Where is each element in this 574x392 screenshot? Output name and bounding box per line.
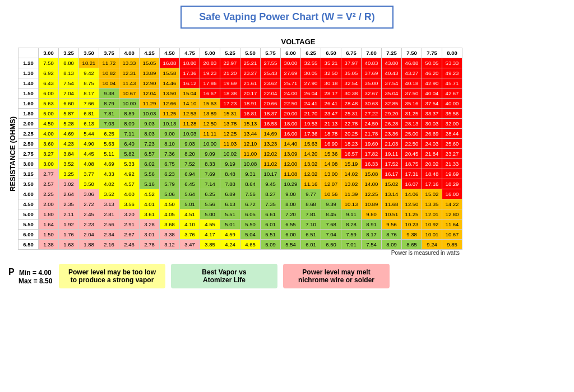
data-cell: 35.21: [321, 58, 341, 68]
page: Safe Vaping Power Chart (W = V² / R) VOL…: [0, 0, 574, 392]
data-cell: 12.80: [442, 209, 462, 220]
data-cell: 29.20: [382, 109, 402, 119]
data-cell: 15.04: [180, 88, 200, 99]
min-label: Min =: [19, 269, 36, 277]
data-cell: 8.00: [281, 199, 301, 209]
data-cell: 6.60: [59, 99, 79, 109]
data-cell: 9.38: [99, 88, 119, 99]
data-cell: 20.66: [261, 99, 281, 109]
data-cell: 7.10: [301, 220, 321, 230]
data-cell: 25.43: [261, 68, 281, 78]
data-cell: 5.04: [240, 230, 261, 240]
data-cell: 8.75: [79, 78, 99, 88]
data-cell: 2.64: [59, 189, 79, 199]
data-cell: 15.63: [301, 139, 321, 149]
data-cell: 16.07: [402, 179, 422, 189]
data-cell: 37.97: [341, 58, 362, 68]
data-cell: 37.50: [402, 88, 422, 99]
table-wrapper: RESISTANCE (OHMS) 3.003.253.503.754.004.…: [8, 48, 566, 260]
data-cell: 19.69: [220, 78, 240, 88]
data-cell: 25.60: [442, 139, 462, 149]
data-cell: 32.54: [341, 78, 362, 88]
data-cell: 11.29: [140, 99, 160, 109]
data-cell: 20.83: [200, 58, 220, 68]
data-cell: 7.66: [79, 99, 99, 109]
data-cell: 16.00: [281, 129, 301, 139]
data-cell: 10.03: [140, 109, 160, 119]
data-cell: 22.50: [281, 99, 301, 109]
data-cell: 8.64: [240, 179, 261, 189]
table-row: 6.001.501.762.042.342.673.013.383.764.17…: [18, 230, 462, 240]
data-cell: 13.23: [261, 139, 281, 149]
data-cell: 10.04: [99, 78, 119, 88]
data-cell: 22.78: [341, 119, 362, 129]
data-cell: 11.39: [341, 189, 362, 199]
col-header-voltage: 5.50: [240, 48, 261, 58]
data-cell: 9.24: [422, 240, 442, 250]
data-cell: 10.21: [79, 58, 99, 68]
data-cell: 7.81: [301, 209, 321, 220]
data-cell: 2.67: [119, 230, 140, 240]
data-cell: 16.12: [180, 78, 200, 88]
data-cell: 6.02: [140, 159, 160, 169]
data-cell: 6.23: [160, 169, 180, 179]
data-cell: 14.08: [321, 159, 341, 169]
data-cell: 5.11: [99, 149, 119, 159]
data-cell: 5.63: [39, 99, 59, 109]
data-cell: 7.81: [99, 109, 119, 119]
data-cell: 9.03: [140, 119, 160, 129]
data-cell: 2.35: [59, 199, 79, 209]
data-cell: 6.40: [119, 139, 140, 149]
title-box: Safe Vaping Power Chart (W = V² / R): [180, 6, 394, 29]
row-ohm-label: 6.00: [18, 230, 39, 240]
data-cell: 4.24: [220, 240, 240, 250]
data-cell: 6.57: [140, 149, 160, 159]
data-cell: 3.12: [160, 240, 180, 250]
row-ohm-label: 4.50: [18, 199, 39, 209]
data-cell: 45.71: [442, 78, 462, 88]
data-cell: 16.33: [362, 159, 382, 169]
data-cell: 10.13: [160, 119, 180, 129]
data-cell: 1.64: [39, 220, 59, 230]
data-cell: 3.77: [79, 169, 99, 179]
data-cell: 9.56: [382, 220, 402, 230]
data-cell: 5.01: [220, 220, 240, 230]
data-cell: 6.00: [281, 230, 301, 240]
data-cell: 2.77: [39, 169, 59, 179]
data-cell: 7.35: [261, 199, 281, 209]
data-cell: 10.00: [119, 99, 140, 109]
table-row: 1.805.005.876.817.818.8910.0311.2512.531…: [18, 109, 462, 119]
data-cell: 18.29: [442, 179, 462, 189]
data-cell: 35.05: [341, 68, 362, 78]
data-cell: 11.03: [220, 139, 240, 149]
data-cell: 4.23: [59, 139, 79, 149]
data-cell: 19.11: [382, 149, 402, 159]
data-cell: 10.17: [261, 169, 281, 179]
data-cell: 10.56: [321, 189, 341, 199]
data-cell: 8.45: [321, 209, 341, 220]
data-cell: 15.02: [382, 179, 402, 189]
p-label: P: [8, 267, 15, 277]
data-cell: 6.25: [200, 189, 220, 199]
data-cell: 5.06: [160, 189, 180, 199]
data-cell: 30.38: [341, 88, 362, 99]
data-cell: 4.69: [99, 159, 119, 169]
data-cell: 10.89: [362, 199, 382, 209]
data-cell: 26.41: [321, 99, 341, 109]
data-cell: 20.17: [240, 88, 261, 99]
data-cell: 10.67: [119, 88, 140, 99]
data-cell: 1.92: [59, 220, 79, 230]
data-cell: 28.17: [321, 88, 341, 99]
data-cell: 11.28: [180, 119, 200, 129]
data-cell: 25.31: [341, 109, 362, 119]
data-cell: 30.00: [281, 58, 301, 68]
data-cell: 5.51: [220, 209, 240, 220]
data-cell: 2.81: [99, 209, 119, 220]
table-row: 1.605.636.607.668.7910.0011.2912.6614.10…: [18, 99, 462, 109]
data-cell: 4.69: [59, 129, 79, 139]
data-cell: 8.27: [261, 189, 281, 199]
data-cell: 14.06: [402, 189, 422, 199]
data-cell: 4.02: [99, 179, 119, 189]
data-cell: 5.56: [140, 169, 160, 179]
data-cell: 17.82: [362, 149, 382, 159]
